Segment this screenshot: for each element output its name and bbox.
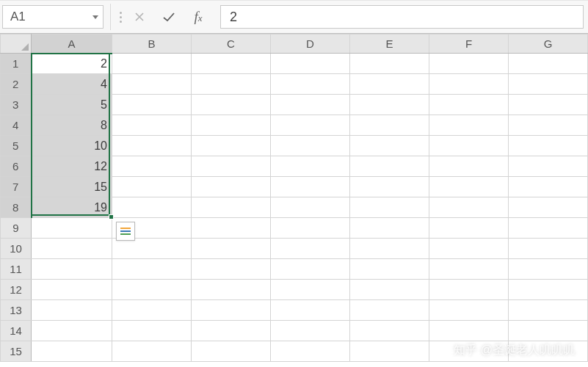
cancel-button[interactable]: [125, 1, 154, 33]
cell[interactable]: 10: [32, 136, 112, 156]
cell[interactable]: [350, 239, 429, 259]
column-header[interactable]: B: [112, 34, 192, 54]
cell[interactable]: [429, 54, 509, 74]
cell[interactable]: [271, 259, 350, 280]
cell[interactable]: [509, 95, 588, 115]
cell[interactable]: [32, 300, 112, 321]
cell[interactable]: 15: [32, 177, 112, 197]
row-header[interactable]: 14: [1, 321, 32, 341]
cell[interactable]: [192, 177, 271, 197]
formula-input[interactable]: 2: [220, 5, 584, 29]
cell[interactable]: [192, 54, 271, 74]
select-all-corner[interactable]: [1, 34, 32, 54]
row-header[interactable]: 4: [1, 115, 32, 136]
cell[interactable]: [112, 136, 192, 156]
column-header[interactable]: A: [32, 34, 112, 54]
cell[interactable]: [192, 300, 271, 321]
cell[interactable]: [192, 280, 271, 300]
column-header[interactable]: D: [271, 34, 350, 54]
cell[interactable]: [192, 95, 271, 115]
row-header[interactable]: 5: [1, 136, 32, 156]
cell[interactable]: [192, 197, 271, 218]
cell[interactable]: 12: [32, 156, 112, 177]
row-header[interactable]: 7: [1, 177, 32, 197]
cell[interactable]: [509, 321, 588, 341]
cell[interactable]: 4: [32, 74, 112, 95]
row-header[interactable]: 6: [1, 156, 32, 177]
cell[interactable]: [429, 197, 509, 218]
row-header[interactable]: 2: [1, 74, 32, 95]
cell[interactable]: [112, 177, 192, 197]
row-header[interactable]: 13: [1, 300, 32, 321]
cell[interactable]: [32, 341, 112, 362]
cell[interactable]: [509, 341, 588, 362]
cell[interactable]: [350, 300, 429, 321]
cell[interactable]: [32, 259, 112, 280]
cell[interactable]: [192, 136, 271, 156]
cell[interactable]: [112, 280, 192, 300]
cell[interactable]: [271, 156, 350, 177]
cell[interactable]: [509, 54, 588, 74]
cell[interactable]: [271, 218, 350, 239]
cell[interactable]: [429, 239, 509, 259]
drag-handle-icon[interactable]: [117, 1, 125, 33]
row-header[interactable]: 8: [1, 197, 32, 218]
cell[interactable]: [429, 136, 509, 156]
cell[interactable]: [112, 300, 192, 321]
cell[interactable]: [429, 156, 509, 177]
cell[interactable]: [112, 54, 192, 74]
cell[interactable]: [350, 95, 429, 115]
cell[interactable]: [271, 341, 350, 362]
cell[interactable]: [429, 95, 509, 115]
cell[interactable]: [509, 259, 588, 280]
cell[interactable]: [509, 74, 588, 95]
cell[interactable]: [509, 115, 588, 136]
row-header[interactable]: 1: [1, 54, 32, 74]
cell[interactable]: [112, 321, 192, 341]
cell[interactable]: [509, 156, 588, 177]
cell[interactable]: [350, 74, 429, 95]
cell[interactable]: [429, 259, 509, 280]
cell[interactable]: [350, 156, 429, 177]
cell[interactable]: [350, 115, 429, 136]
cell[interactable]: [350, 259, 429, 280]
cell[interactable]: [271, 136, 350, 156]
cell[interactable]: [350, 218, 429, 239]
cell[interactable]: [271, 239, 350, 259]
cell[interactable]: [192, 321, 271, 341]
column-header[interactable]: G: [509, 34, 588, 54]
enter-button[interactable]: [154, 1, 184, 33]
cell[interactable]: [429, 177, 509, 197]
cell[interactable]: [112, 156, 192, 177]
cell[interactable]: [509, 300, 588, 321]
cell[interactable]: [509, 239, 588, 259]
cell[interactable]: [112, 197, 192, 218]
cell[interactable]: [271, 177, 350, 197]
cell[interactable]: [271, 321, 350, 341]
cell[interactable]: [429, 341, 509, 362]
cell[interactable]: [271, 115, 350, 136]
cell[interactable]: [429, 280, 509, 300]
cell[interactable]: [32, 239, 112, 259]
cell[interactable]: [271, 280, 350, 300]
cell[interactable]: [112, 259, 192, 280]
cell[interactable]: [192, 156, 271, 177]
cell[interactable]: [429, 300, 509, 321]
column-header[interactable]: C: [192, 34, 271, 54]
row-header[interactable]: 9: [1, 218, 32, 239]
cell[interactable]: 5: [32, 95, 112, 115]
cell[interactable]: [112, 341, 192, 362]
column-header[interactable]: F: [429, 34, 509, 54]
cell[interactable]: [32, 218, 112, 239]
name-box[interactable]: A1: [2, 5, 104, 29]
cell[interactable]: [192, 259, 271, 280]
row-header[interactable]: 12: [1, 280, 32, 300]
cell[interactable]: [350, 280, 429, 300]
cell[interactable]: [350, 321, 429, 341]
row-header[interactable]: 10: [1, 239, 32, 259]
cell[interactable]: 8: [32, 115, 112, 136]
cell[interactable]: [350, 136, 429, 156]
cell[interactable]: [509, 218, 588, 239]
spreadsheet-grid[interactable]: ABCDEFG122435485106127158199101112131415…: [0, 34, 588, 367]
cell[interactable]: [192, 74, 271, 95]
